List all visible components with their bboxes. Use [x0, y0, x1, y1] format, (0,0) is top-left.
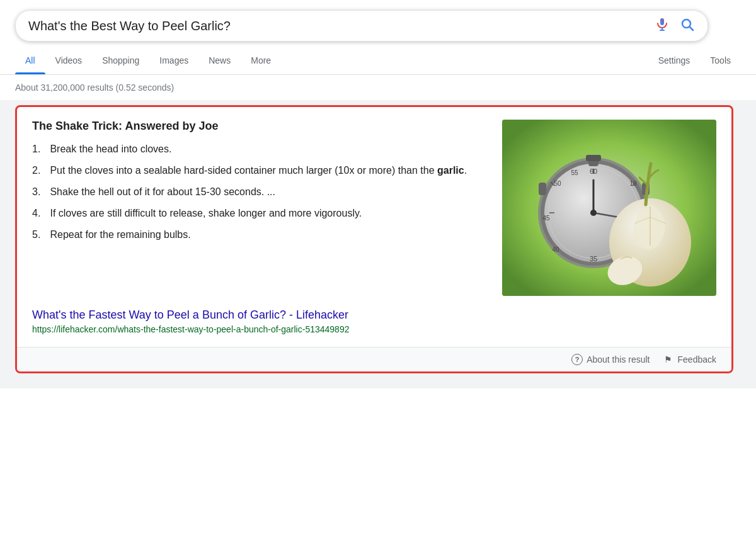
flag-icon: ⚑ — [663, 354, 674, 365]
snippet-source-url: https://lifehacker.com/whats-the-fastest… — [32, 324, 716, 334]
navigation-tabs: All Videos Shopping Images News More Set… — [0, 47, 756, 75]
tab-tools[interactable]: Tools — [700, 47, 741, 74]
svg-text:35: 35 — [590, 255, 597, 263]
list-item: 5. Repeat for the remaining bulbs. — [32, 227, 490, 242]
list-item: 4. If cloves are still difficult to rele… — [32, 206, 490, 221]
snippet-steps-list: 1. Break the head into cloves. 2. Put th… — [32, 142, 490, 242]
snippet-source-link[interactable]: What's the Fastest Way to Peel a Bunch o… — [32, 308, 716, 322]
snippet-image: 60 10 20 30 35 40 45 50 55 — [502, 120, 716, 296]
tab-settings[interactable]: Settings — [648, 47, 701, 74]
nav-tabs-left: All Videos Shopping Images News More — [15, 47, 648, 74]
snippet-title: The Shake Trick: Answered by Joe — [32, 120, 490, 133]
svg-text:10: 10 — [629, 180, 637, 187]
svg-text:55: 55 — [571, 169, 578, 176]
list-item: 1. Break the head into cloves. — [32, 142, 490, 157]
search-bar-container: What's the Best Way to Peel Garlic? — [15, 10, 708, 42]
svg-text:50: 50 — [554, 180, 561, 187]
svg-rect-12 — [539, 183, 546, 195]
snippet-text: The Shake Trick: Answered by Joe 1. Brea… — [32, 120, 502, 296]
svg-rect-11 — [586, 155, 601, 161]
svg-rect-3 — [660, 18, 664, 23]
svg-text:45: 45 — [542, 215, 550, 222]
featured-snippet: The Shake Trick: Answered by Joe 1. Brea… — [15, 105, 733, 373]
snippet-bottom-bar: ? About this result ⚑ Feedback — [17, 347, 731, 371]
tab-images[interactable]: Images — [149, 47, 198, 74]
snippet-footer: What's the Fastest Way to Peel a Bunch o… — [17, 308, 731, 347]
feedback-button[interactable]: ⚑ Feedback — [663, 354, 716, 365]
svg-text:40: 40 — [552, 246, 559, 253]
svg-point-31 — [590, 210, 597, 216]
list-item: 3. Shake the hell out of it for about 15… — [32, 184, 490, 200]
svg-line-5 — [690, 27, 694, 31]
search-bar-area: What's the Best Way to Peel Garlic? — [0, 0, 756, 42]
tab-shopping[interactable]: Shopping — [92, 47, 149, 74]
tab-videos[interactable]: Videos — [45, 47, 93, 74]
microphone-icon[interactable] — [655, 17, 670, 35]
tab-news[interactable]: News — [198, 47, 241, 74]
tab-more[interactable]: More — [241, 47, 281, 74]
snippet-body: The Shake Trick: Answered by Joe 1. Brea… — [17, 107, 731, 308]
tab-all[interactable]: All — [15, 47, 45, 74]
search-query-text: What's the Best Way to Peel Garlic? — [28, 17, 655, 35]
main-content: The Shake Trick: Answered by Joe 1. Brea… — [0, 100, 756, 388]
search-icons — [655, 17, 695, 35]
nav-tabs-right: Settings Tools — [648, 47, 741, 74]
feedback-label: Feedback — [678, 354, 716, 365]
about-result-button[interactable]: ? About this result — [571, 354, 650, 365]
question-mark-icon: ? — [571, 354, 583, 365]
about-result-label: About this result — [587, 354, 650, 365]
bold-word-garlic: garlic — [437, 165, 464, 176]
list-item: 2. Put the cloves into a sealable hard-s… — [32, 163, 490, 178]
search-submit-icon[interactable] — [680, 17, 695, 35]
results-info: About 31,200,000 results (0.52 seconds) — [0, 75, 756, 100]
